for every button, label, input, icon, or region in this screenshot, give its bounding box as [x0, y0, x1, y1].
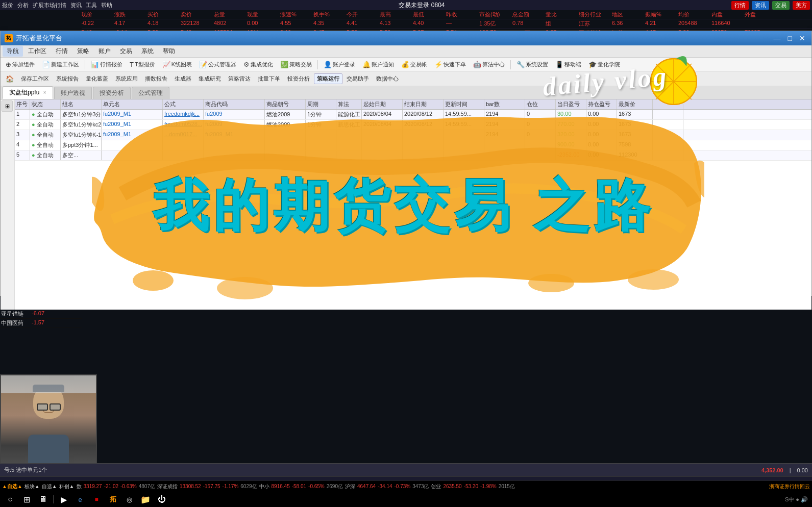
btn-trade-top[interactable]: 交易 [772, 1, 790, 10]
btn-generator[interactable]: 生成器 [171, 73, 194, 84]
menu-stock-report[interactable]: 报价 [2, 2, 13, 9]
menu-help[interactable]: 帮助 [159, 46, 179, 57]
selection-bar: 号:5 选中单元1个 4,352.00 | 0.00 [0, 463, 812, 476]
restore-button[interactable]: □ [786, 34, 794, 42]
menu-nav[interactable]: 导航 [3, 46, 23, 57]
taskbar-media-icon[interactable]: ▶ [58, 493, 70, 505]
btn-market[interactable]: 行情 [731, 1, 749, 10]
btn-system-report[interactable]: 系统报告 [53, 73, 82, 84]
table-row[interactable]: 4 ● 全自动 多ppt3分钟1... 900.00 0.00 7598 [15, 140, 811, 150]
tab-account-view[interactable]: 账户透视 [54, 87, 92, 99]
menu-tools[interactable]: 工具 [86, 2, 97, 9]
table-row[interactable]: 5 ● 全自动 多空... -2352.00 0.00 112300 [15, 150, 811, 161]
btn-kline[interactable]: 📈K线图表 [159, 59, 195, 70]
platform-window: 拓 开拓者量化平台 — □ ✕ 导航 工作区 行情 策略 账户 交易 系统 帮助… [0, 31, 812, 296]
btn-strategy-trade[interactable]: 💹策略交易 [277, 59, 315, 70]
btn-add-component[interactable]: ⊕添加组件 [3, 59, 38, 70]
col-extra [653, 99, 683, 109]
btn-market-quote[interactable]: 📊行情报价 [88, 59, 126, 70]
btn-trade-assistant[interactable]: 交易助手 [343, 73, 372, 84]
taskbar-folder-icon[interactable]: 📁 [139, 493, 152, 505]
table-row[interactable]: 2 ● 全自动 多空fu1分钟kc2222p1 fu2009_M1 freedo… [15, 120, 811, 130]
platform-titlebar: 拓 开拓者量化平台 — □ ✕ [1, 31, 811, 45]
col-num: 序号 [15, 99, 30, 109]
taskbar-browser-icon[interactable]: e [74, 493, 86, 505]
btn-trade-acct[interactable]: 💰交易帐 [398, 59, 430, 70]
btn-optimize[interactable]: ⚙集成优化 [240, 59, 276, 70]
taskbar: ○ ⊞ 🖥 ▶ e ■ 拓 ◎ 📁 ⏻ S中 ● 🔊 [0, 492, 812, 507]
menu-help-top[interactable]: 帮助 [101, 2, 112, 9]
btn-news[interactable]: 资讯 [752, 1, 769, 10]
col-update: 更新时间 [444, 99, 484, 109]
menu-workspace[interactable]: 工作区 [24, 46, 51, 57]
sidebar-expand-icon[interactable]: ⊞ [2, 100, 13, 112]
taskbar-separator [53, 495, 54, 503]
btn-batch-order[interactable]: 批量下单 [255, 73, 283, 84]
minimize-button[interactable]: — [772, 34, 783, 42]
menu-market[interactable]: 行情 [52, 46, 72, 57]
btn-data-center[interactable]: 数据中心 [373, 73, 402, 84]
btn-system-settings[interactable]: 🔧系统设置 [513, 59, 551, 70]
tab-realaccount[interactable]: 实盘组ppfu × [3, 86, 53, 99]
taskbar-circle-icon[interactable]: ◎ [123, 493, 135, 505]
col-daily: 当日盈亏 [556, 99, 586, 109]
strategy-table: 序号 状态 组名 单元名 公式 商品代码 商品朝号 周期 算法 起始日期 结束日… [15, 99, 811, 310]
tab-close-icon[interactable]: × [43, 90, 46, 95]
taskbar-monitor-icon[interactable]: 🖥 [37, 493, 49, 505]
selection-value2: 0.00 [797, 467, 808, 473]
table-row[interactable]: 1 ● 全自动 多空fu1分钟3分钟kc1111p0 fu2009_M1 fre… [15, 110, 811, 120]
tab-invest-analysis[interactable]: 投资分析 [93, 87, 131, 99]
top-bar-right: 行情 资讯 交易 美方 [731, 1, 810, 10]
menu-account[interactable]: 账户 [94, 46, 115, 57]
menu-info[interactable]: 资讯 [70, 2, 82, 9]
col-status: 状态 [30, 99, 61, 109]
platform-menubar: 导航 工作区 行情 策略 账户 交易 系统 帮助 [1, 45, 811, 58]
selection-info: 号:5 选中单元1个 [4, 466, 47, 474]
col-end: 结束日期 [403, 99, 444, 109]
col-hold: 持仓盈亏 [586, 99, 617, 109]
taskbar-app1-icon[interactable]: ■ [90, 493, 103, 505]
platform-sidebar: ⊞ [1, 99, 15, 310]
btn-quick-order[interactable]: ⚡快速下单 [431, 59, 469, 70]
platform-tabs: 实盘组ppfu × 账户透视 投资分析 公式管理 [1, 86, 811, 99]
btn-new-workspace[interactable]: 📄新建工作区 [39, 59, 82, 70]
table-row: 亚星锚链-6.07 [0, 310, 82, 319]
btn-mobile[interactable]: 📱移动端 [552, 59, 584, 70]
btn-data-report[interactable]: 播数报告 [142, 73, 170, 84]
top-bar: 报价 分析 扩展市场行情 资讯 工具 帮助 交易未登录 0804 行情 资讯 交… [0, 0, 812, 10]
col-bars: bar数 [484, 99, 525, 109]
taskbar-platform-icon[interactable]: 拓 [107, 493, 119, 505]
btn-strategy-run[interactable]: 策略运行 [314, 73, 342, 84]
menu-trade[interactable]: 交易 [116, 46, 136, 57]
btn-formula-mgr[interactable]: 📝公式管理器 [196, 59, 239, 70]
btn-home[interactable]: 🏠 [3, 73, 17, 84]
tab-formula-mgmt[interactable]: 公式管理 [132, 87, 169, 99]
col-last: 最新价 [617, 99, 653, 109]
menu-extended-market[interactable]: 扩展市场行情 [33, 2, 66, 9]
close-button[interactable]: ✕ [797, 34, 807, 42]
btn-account-notify[interactable]: 🔔账户通知 [359, 59, 397, 70]
btn-quant-academy[interactable]: 🎓量化学院 [585, 59, 623, 70]
btn-algo-center[interactable]: 🤖算法中心 [470, 59, 508, 70]
btn-system-app[interactable]: 系统应用 [112, 73, 141, 84]
webcam-area [0, 374, 97, 476]
btn-account-login[interactable]: 👤账户登录 [321, 59, 358, 70]
btn-quant-cover[interactable]: 量化蓄盖 [83, 73, 111, 84]
menu-strategy[interactable]: 策略 [73, 46, 93, 57]
glasses-lens-left [37, 403, 48, 411]
btn-strategy-radar[interactable]: 策略雷达 [225, 73, 254, 84]
btn-t-quote[interactable]: TT型报价 [127, 59, 158, 70]
top-bar-title: 交易未登录 0804 [116, 1, 727, 10]
taskbar-power-icon[interactable]: ⏻ [156, 493, 168, 505]
taskbar-start-icon[interactable]: ○ [4, 493, 16, 505]
btn-invest-analysis[interactable]: 投资分析 [284, 73, 313, 84]
selection-value1: 4,352.00 [761, 467, 783, 473]
taskbar-time: S中 ● 🔊 [785, 496, 808, 503]
menu-analysis[interactable]: 分析 [17, 2, 29, 9]
btn-integrated-research[interactable]: 集成研究 [195, 73, 224, 84]
btn-save-workspace[interactable]: 保存工作区 [18, 73, 52, 84]
table-row[interactable]: 3 ● 全自动 多空fu1分钟K-1-1p0 fu2009_M1 ...dom0… [15, 130, 811, 140]
menu-system[interactable]: 系统 [137, 46, 158, 57]
taskbar-grid-icon[interactable]: ⊞ [20, 493, 33, 505]
btn-usmarket[interactable]: 美方 [793, 1, 810, 10]
